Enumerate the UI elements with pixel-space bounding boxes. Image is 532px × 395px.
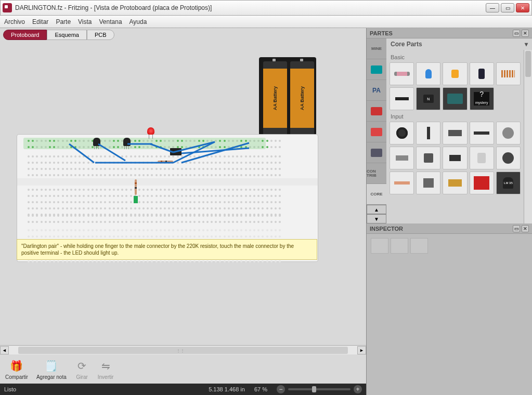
- battery-cell: AA Battery: [263, 61, 287, 135]
- part-pushbutton[interactable]: [416, 147, 440, 169]
- minimize-button[interactable]: —: [486, 3, 499, 12]
- flip-button[interactable]: ⇋ Invertir: [98, 359, 114, 380]
- menu-parte[interactable]: Parte: [56, 18, 71, 25]
- part-capacitor-tantalum[interactable]: [443, 62, 467, 85]
- zoom-in-button[interactable]: +: [354, 385, 362, 393]
- side-panels: PARTES ▭ ✕ MINE PA CON TRIB CORE ▲ ▼: [367, 28, 532, 395]
- canvas-note[interactable]: "Darlington pair" - while holding one fi…: [17, 239, 317, 260]
- zoom-knob[interactable]: [312, 386, 316, 392]
- menu-ayuda[interactable]: Ayuda: [129, 18, 147, 25]
- status-text: Listo: [4, 386, 16, 392]
- battery-cell: AA Battery: [290, 61, 314, 135]
- canvas[interactable]: AA Battery AA Battery for(let i=0;i<60;i…: [0, 42, 366, 345]
- zoom-slider[interactable]: [288, 388, 351, 390]
- inspector-close-button[interactable]: ✕: [522, 225, 529, 232]
- bin-tab-contrib[interactable]: CON TRIB: [367, 163, 386, 184]
- flame-icon: [371, 128, 382, 136]
- zoom-control: − +: [277, 385, 362, 393]
- rotate-icon: ⟳: [75, 359, 89, 373]
- note-icon: 🗒️: [44, 359, 59, 373]
- scroll-right-icon[interactable]: ►: [357, 346, 366, 354]
- view-tabs: Protoboard Esquema PCB: [0, 28, 366, 42]
- part-slide-switch[interactable]: [416, 122, 440, 144]
- bin-tab-cloud[interactable]: [367, 142, 386, 163]
- part-header[interactable]: [470, 122, 494, 144]
- part-tilt-sensor[interactable]: [470, 147, 494, 169]
- bin-tab-flame[interactable]: [367, 122, 386, 142]
- led-red[interactable]: [147, 127, 154, 139]
- parts-menu-icon[interactable]: ▾: [525, 41, 528, 48]
- menu-ventana[interactable]: Ventana: [99, 18, 122, 25]
- transistor-2[interactable]: [123, 138, 131, 146]
- part-knob[interactable]: [390, 122, 414, 144]
- rotate-button[interactable]: ⟳ Girar: [75, 359, 89, 380]
- coords-readout: 5.138 1.468 in: [209, 386, 245, 392]
- share-button[interactable]: 🎁 Compartir: [5, 359, 28, 380]
- ic-chip[interactable]: [170, 148, 181, 155]
- part-jack[interactable]: [390, 147, 414, 169]
- inspector-header: INSPECTOR ▭ ✕: [367, 223, 532, 234]
- panel-close-button[interactable]: ✕: [522, 30, 529, 37]
- part-strip[interactable]: [390, 172, 414, 194]
- scroll-left-icon[interactable]: ◄: [0, 346, 9, 354]
- connector-pin[interactable]: [134, 196, 138, 203]
- maximize-button[interactable]: ▭: [501, 3, 514, 12]
- bin-nav-up[interactable]: ▲: [367, 205, 386, 214]
- menu-bar: Archivo Editar Parte Vista Ventana Ayuda: [0, 16, 532, 28]
- bin-nav-down[interactable]: ▼: [367, 214, 386, 223]
- part-inductor[interactable]: [496, 62, 521, 85]
- part-capacitor-electrolytic[interactable]: [470, 62, 494, 85]
- canvas-hscrollbar[interactable]: ◄ ⋮⋮ ►: [0, 345, 366, 354]
- transistor-1[interactable]: [93, 138, 100, 146]
- bin-tab-pa[interactable]: PA: [367, 80, 386, 101]
- menu-editar[interactable]: Editar: [32, 18, 48, 25]
- bin-tab-core[interactable]: CORE: [367, 184, 386, 205]
- resistor-h[interactable]: [158, 161, 173, 163]
- part-temp-sensor[interactable]: LM 35: [496, 172, 521, 194]
- inspector-slot: [391, 238, 408, 254]
- bin-tab-mine[interactable]: MINE: [367, 38, 386, 59]
- menu-archivo[interactable]: Archivo: [4, 18, 25, 25]
- zoom-out-button[interactable]: −: [277, 385, 285, 393]
- part-toggle[interactable]: [443, 147, 467, 169]
- window-title: DARLINGTON.fz - Fritzing - [Vista de Pro…: [15, 4, 486, 11]
- panel-undock-button[interactable]: ▭: [513, 30, 520, 37]
- gift-icon: 🎁: [9, 359, 24, 373]
- inspector-undock-button[interactable]: ▭: [513, 225, 520, 232]
- partes-panel: MINE PA CON TRIB CORE ▲ ▼ Core Parts ▾: [367, 38, 532, 223]
- tab-pcb[interactable]: PCB: [87, 30, 114, 40]
- part-breakout[interactable]: [470, 172, 494, 194]
- part-dip-switch[interactable]: [443, 122, 467, 144]
- part-piezo[interactable]: [496, 147, 521, 169]
- tab-protoboard[interactable]: Protoboard: [3, 30, 47, 40]
- part-resistor[interactable]: [390, 62, 414, 85]
- battery-holder[interactable]: AA Battery AA Battery: [259, 57, 316, 139]
- scroll-thumb[interactable]: ⋮⋮: [18, 347, 348, 354]
- sparkfun-icon: [371, 107, 382, 115]
- part-capacitor-ceramic[interactable]: [416, 62, 440, 85]
- arduino-icon: [371, 65, 382, 74]
- parts-scroll-thumb[interactable]: [525, 51, 531, 77]
- parts-vscrollbar[interactable]: [524, 50, 532, 223]
- part-encoder[interactable]: [416, 172, 440, 194]
- add-note-button[interactable]: 🗒️ Agregar nota: [36, 359, 67, 380]
- menu-vista[interactable]: Vista: [78, 18, 92, 25]
- part-potentiometer[interactable]: [496, 122, 521, 144]
- section-input: Input: [391, 113, 520, 120]
- window-titlebar: DARLINGTON.fz - Fritzing - [Vista de Pro…: [0, 0, 532, 16]
- cloud-icon: [371, 149, 382, 157]
- resistor-v[interactable]: [135, 179, 137, 195]
- part-diode[interactable]: [390, 87, 414, 110]
- inspector-panel: [367, 234, 532, 395]
- tab-esquema[interactable]: Esquema: [47, 30, 86, 40]
- bin-tab-sparkfun[interactable]: [367, 101, 386, 122]
- part-ic[interactable]: N: [416, 87, 440, 110]
- part-connector[interactable]: [443, 172, 467, 194]
- bin-tab-arduino[interactable]: [367, 59, 386, 80]
- app-icon: [3, 3, 12, 12]
- parts-bin: Core Parts ▾ Basic N mystery: [386, 38, 532, 223]
- part-board[interactable]: [443, 87, 467, 110]
- close-button[interactable]: ✕: [516, 3, 529, 12]
- partes-bin-tabs: MINE PA CON TRIB CORE ▲ ▼: [367, 38, 386, 223]
- part-mystery[interactable]: mystery: [470, 87, 494, 110]
